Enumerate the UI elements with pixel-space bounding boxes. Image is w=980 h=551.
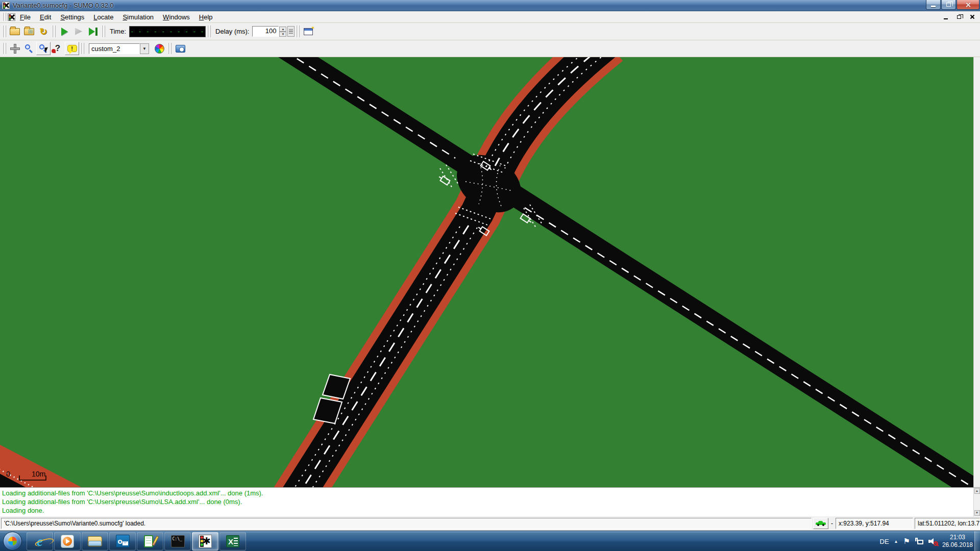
menu-file[interactable]: File xyxy=(15,12,35,22)
show-desktop-button[interactable] xyxy=(974,531,980,551)
title-bar: Variante0.sumocfg - SUMO 0.32.0 xyxy=(0,0,980,11)
vehicle-scale-minus[interactable]: - xyxy=(831,520,833,527)
camera-icon xyxy=(176,45,185,53)
action-center-flag-icon[interactable]: ⚑ xyxy=(903,537,910,546)
start-button[interactable] xyxy=(3,532,22,550)
magnifier-cursor-icon xyxy=(39,44,48,53)
minimize-button[interactable] xyxy=(926,0,941,10)
internet-explorer-icon: e xyxy=(37,535,43,548)
taskbar: e o C:\_ ✱ X DE ▲ ⚑ xyxy=(0,531,980,551)
mdi-minimize-button[interactable] xyxy=(940,12,951,21)
toolbar-grip[interactable] xyxy=(102,26,105,37)
recenter-view-button[interactable] xyxy=(8,42,22,55)
stop-button[interactable] xyxy=(71,25,86,38)
reload-icon: ↻ xyxy=(39,27,47,36)
show-hidden-icons-button[interactable]: ▲ xyxy=(894,539,898,544)
restore-button[interactable] xyxy=(941,0,956,10)
time-label: Time: xyxy=(110,28,126,35)
taskbar-explorer[interactable] xyxy=(82,532,108,550)
open-config-button[interactable] xyxy=(8,25,22,38)
scroll-up-icon[interactable]: ▲ xyxy=(974,488,980,494)
mdi-restore-button[interactable] xyxy=(953,12,965,21)
volume-muted-icon[interactable] xyxy=(928,538,937,545)
zoom-style-toggle[interactable] xyxy=(36,42,51,55)
toolbar-grip[interactable] xyxy=(207,26,211,37)
run-button[interactable] xyxy=(57,25,71,38)
mdi-close-button[interactable] xyxy=(967,12,978,21)
media-player-icon xyxy=(61,535,74,548)
vertical-scrollbar[interactable] xyxy=(973,57,980,487)
edit-coloring-button[interactable] xyxy=(152,42,166,55)
color-scheme-combo[interactable]: custom_2 ▼ xyxy=(89,43,149,54)
stop-icon xyxy=(75,28,82,35)
color-scheme-value[interactable]: custom_2 xyxy=(89,43,140,54)
taskbar-outlook[interactable]: o xyxy=(109,532,136,550)
folder-icon xyxy=(88,536,102,546)
close-icon xyxy=(965,2,971,8)
vehicle-scale-button[interactable] xyxy=(813,518,828,529)
menu-locate[interactable]: Locate xyxy=(89,12,118,22)
log-line: Loading additional-files from 'C:\Users\… xyxy=(2,489,973,497)
menu-simulation[interactable]: Simulation xyxy=(118,12,158,22)
snapshot-button[interactable] xyxy=(173,42,187,55)
toolbar-grip[interactable] xyxy=(81,43,84,54)
menu-settings[interactable]: Settings xyxy=(56,12,89,22)
step-button[interactable] xyxy=(86,25,100,38)
taskbar-command-prompt[interactable]: C:\_ xyxy=(164,532,191,550)
clock-time: 21:03 xyxy=(942,534,973,541)
new-view-button[interactable] xyxy=(301,25,315,38)
chevron-down-icon[interactable]: ▼ xyxy=(140,43,149,54)
locate-button[interactable]: ? xyxy=(51,42,65,55)
scroll-down-icon[interactable]: ▼ xyxy=(974,510,980,516)
open-network-icon xyxy=(24,28,34,35)
menu-windows[interactable]: Windows xyxy=(158,12,194,22)
delay-decrease-button[interactable]: ▼ xyxy=(279,32,286,37)
toolbar-grip[interactable] xyxy=(52,26,56,37)
sumo-app-icon xyxy=(2,2,10,9)
network-canvas[interactable]: 0 10m xyxy=(0,57,973,487)
taskbar-editor[interactable] xyxy=(137,532,163,550)
windows-logo-icon xyxy=(8,537,17,545)
taskbar-sumo-active[interactable]: ✱ xyxy=(192,532,218,550)
delay-dial[interactable] xyxy=(287,26,295,37)
toolbar-grip[interactable] xyxy=(3,26,6,37)
mdi-child-icon[interactable] xyxy=(8,13,15,21)
taskbar-excel[interactable]: X xyxy=(219,532,246,550)
taskbar-internet-explorer[interactable]: e xyxy=(27,532,53,550)
minimize-icon xyxy=(931,6,936,7)
mdi-close-icon xyxy=(970,14,975,19)
map-view[interactable]: 0 10m xyxy=(0,57,980,487)
status-bar: 'C:\Users\preusse\Sumo\Variante0.sumocfg… xyxy=(0,516,980,531)
open-network-button[interactable] xyxy=(22,25,36,38)
delay-input[interactable]: 100 xyxy=(252,26,279,37)
close-button[interactable] xyxy=(957,0,979,10)
language-indicator[interactable]: DE xyxy=(880,538,889,545)
sumo-taskbar-icon: ✱ xyxy=(199,535,212,548)
toolbar-grip[interactable] xyxy=(3,43,6,54)
step-icon xyxy=(89,28,97,36)
clock-date: 26.06.2018 xyxy=(942,541,973,549)
menu-edit[interactable]: Edit xyxy=(35,12,56,22)
outlook-icon: o xyxy=(116,535,130,547)
toolbar-grip[interactable] xyxy=(296,26,300,37)
taskbar-clock[interactable]: 21:03 26.06.2018 xyxy=(942,534,973,549)
mdi-minimize-icon xyxy=(944,18,948,19)
network-icon[interactable] xyxy=(915,538,923,545)
zoom-button[interactable] xyxy=(22,42,36,55)
menu-help[interactable]: Help xyxy=(194,12,217,22)
tooltip-toggle[interactable]: ! xyxy=(65,42,79,55)
taskbar-media-player[interactable] xyxy=(54,532,81,550)
view-toolbar: ? ! custom_2 ▼ xyxy=(0,40,980,57)
scale-distance-label: 10m xyxy=(32,470,45,478)
reload-button[interactable]: ↻ xyxy=(36,25,51,38)
toolbar-grip[interactable] xyxy=(168,43,172,54)
message-log: Loading additional-files from 'C:\Users\… xyxy=(0,487,980,516)
log-scrollbar[interactable]: ▲ ▼ xyxy=(973,488,980,516)
delay-increase-button[interactable]: ▲ xyxy=(279,27,286,32)
color-wheel-icon xyxy=(155,44,164,54)
desktop: Variante0.sumocfg - SUMO 0.32.0 File Edi… xyxy=(0,0,980,551)
cursor-coordinates: x:923.39, y:517.94 xyxy=(836,518,913,529)
geo-coordinates: lat:51.011202, lon:13.704088 xyxy=(915,518,980,529)
new-window-icon xyxy=(304,28,313,35)
toolbar-grip[interactable] xyxy=(3,13,6,20)
